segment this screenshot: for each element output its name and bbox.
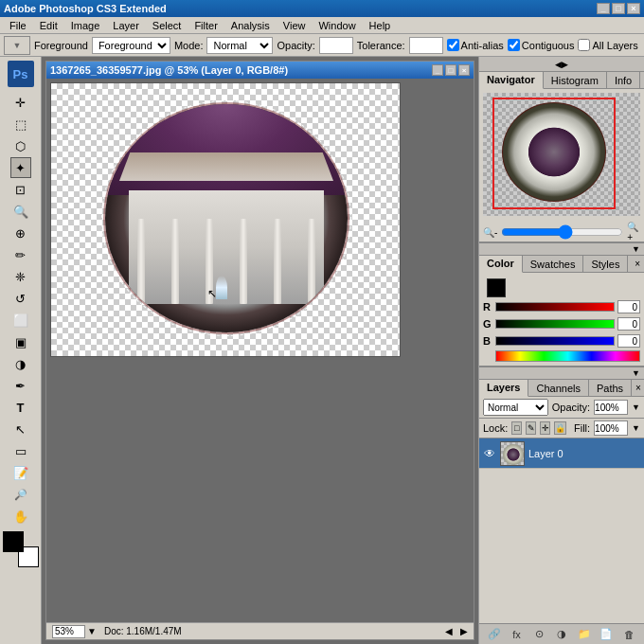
red-value-input[interactable] [617,300,640,313]
doc-size-info: Doc: 1.16M/1.47M [104,626,182,636]
layer-item-0[interactable]: 👁 Layer 0 [479,438,644,469]
add-mask-btn[interactable]: ⊙ [531,627,546,642]
layer-visibility-toggle-0[interactable]: 👁 [483,447,496,460]
green-value-input[interactable] [617,317,640,331]
tab-color[interactable]: Color [479,256,523,273]
menu-filter[interactable]: Filter [188,19,223,32]
move-tool[interactable]: ✛ [10,92,31,113]
red-slider-track [495,302,615,312]
document-canvas-area[interactable]: ↖ [46,79,474,622]
foreground-dropdown[interactable]: Foreground [92,37,170,54]
tab-paths[interactable]: Paths [589,380,632,397]
fill-arrow[interactable]: ▼ [632,423,640,433]
blue-value-input[interactable] [617,334,640,348]
doc-close-btn[interactable]: × [458,64,470,76]
layer-style-btn[interactable]: fx [510,627,525,642]
menu-file[interactable]: File [4,19,32,32]
layer-fill-input[interactable] [594,420,628,436]
panel-divider-1: ▼ [479,242,644,256]
tab-histogram[interactable]: Histogram [544,72,607,89]
tab-navigator[interactable]: Navigator [479,72,544,89]
menu-window[interactable]: Window [313,19,361,32]
blend-mode-select[interactable]: Normal [483,399,548,416]
eyedropper-tool[interactable]: 🔍 [10,201,31,222]
zoom-in-btn[interactable]: 🔍+ [627,222,640,242]
navigator-zoom-slider[interactable] [501,227,623,237]
menu-image[interactable]: Image [65,19,106,32]
navigator-preview[interactable] [483,93,640,216]
blend-mode-dropdown[interactable]: Normal [206,37,273,54]
color-foreground-swatch[interactable] [487,278,506,297]
menu-layer[interactable]: Layer [107,19,145,32]
new-layer-btn[interactable]: 📄 [599,627,614,642]
link-layers-btn[interactable]: 🔗 [487,627,502,642]
close-button[interactable]: × [627,3,640,14]
anti-alias-checkbox[interactable] [447,39,459,51]
new-group-btn[interactable]: 📁 [577,627,592,642]
brush-tool[interactable]: ✏ [10,244,31,265]
contiguous-checkbox[interactable] [508,39,520,51]
opacity-input[interactable]: 100% [319,37,353,54]
opacity-arrow[interactable]: ▼ [632,402,640,412]
eraser-tool[interactable]: ⬜ [10,310,31,331]
tolerance-input[interactable]: 32 [409,37,443,54]
menu-select[interactable]: Select [147,19,188,32]
pen-tool[interactable]: ✒ [10,375,31,396]
color-panel-close[interactable]: × [631,259,644,269]
layer-opacity-input[interactable] [594,400,628,415]
magic-wand-tool[interactable]: ✦ [10,157,31,178]
zoom-out-btn[interactable]: 🔍- [483,227,497,238]
gradient-tool[interactable]: ▣ [10,331,31,352]
canvas-container[interactable]: ↖ [50,82,401,357]
lock-all-btn[interactable]: 🔒 [554,421,566,435]
zoom-tool[interactable]: 🔎 [10,484,31,505]
menu-analysis[interactable]: Analysis [225,19,276,32]
building-layer [119,152,333,304]
panel-collapse-top[interactable]: ◀▶ [479,57,644,72]
layers-list: 👁 Layer 0 [479,438,644,623]
foreground-color-swatch[interactable] [3,531,24,552]
lock-label: Lock: [483,422,508,434]
crop-tool[interactable]: ⊡ [10,179,31,200]
history-brush-tool[interactable]: ↺ [10,288,31,309]
maximize-button[interactable]: □ [612,3,625,14]
dodge-tool[interactable]: ◑ [10,353,31,374]
type-tool[interactable]: T [10,397,31,418]
tab-styles[interactable]: Styles [583,256,628,273]
tab-info[interactable]: Info [607,72,640,89]
menu-edit[interactable]: Edit [34,19,63,32]
zoom-menu-btn[interactable]: ▼ [87,626,97,636]
delete-layer-btn[interactable]: 🗑 [621,627,636,642]
path-select-tool[interactable]: ↖ [10,419,31,439]
navigator-panel-close[interactable]: × [640,75,644,85]
status-arrow-left[interactable]: ◀ [445,626,453,636]
lock-image-btn[interactable]: ✎ [526,421,536,435]
color-section: Color Swatches Styles × R G [479,256,644,367]
all-layers-checkbox[interactable] [578,39,590,51]
ps-logo: Ps [8,61,34,87]
lasso-tool[interactable]: ⬡ [10,135,31,156]
shape-tool[interactable]: ▭ [10,440,31,461]
tab-swatches[interactable]: Swatches [523,256,584,273]
heal-tool[interactable]: ⊕ [10,223,31,243]
notes-tool[interactable]: 📝 [10,462,31,483]
menu-help[interactable]: Help [364,19,397,32]
lock-transparent-btn[interactable]: □ [511,421,522,435]
marquee-tool[interactable]: ⬚ [10,114,31,134]
doc-minimize-btn[interactable]: _ [432,64,443,76]
tool-preset-picker[interactable]: ▼ [4,36,30,55]
menu-view[interactable]: View [277,19,312,32]
tab-layers[interactable]: Layers [479,380,528,397]
hand-tool[interactable]: ✋ [10,506,31,527]
lock-position-btn[interactable]: ✛ [540,421,550,435]
collapse-arrow-2[interactable]: ▼ [632,368,640,378]
status-arrow-right[interactable]: ▶ [460,626,468,636]
minimize-button[interactable]: _ [597,3,610,14]
doc-maximize-btn[interactable]: □ [445,64,456,76]
zoom-input[interactable] [52,625,85,638]
collapse-arrow-1[interactable]: ▼ [632,244,640,254]
new-adjustment-btn[interactable]: ◑ [554,627,569,642]
clone-tool[interactable]: ❈ [10,266,31,287]
tab-channels[interactable]: Channels [528,380,588,397]
layers-panel-close[interactable]: × [632,383,644,393]
